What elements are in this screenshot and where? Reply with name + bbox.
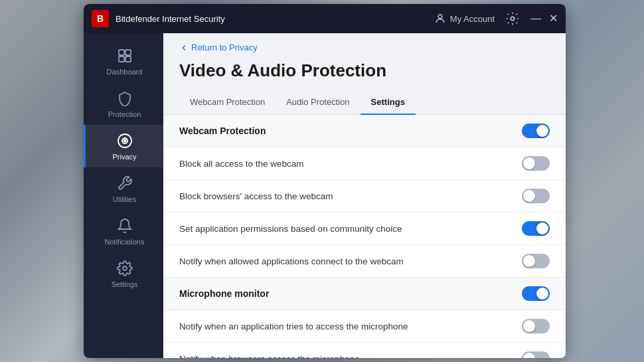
svg-rect-3: [125, 50, 131, 55]
svg-rect-2: [119, 50, 124, 55]
microphone-monitor-section-header: Microphone monitor: [163, 278, 566, 310]
account-label: My Account: [450, 14, 495, 24]
svg-rect-4: [119, 56, 124, 62]
user-icon: [434, 13, 446, 25]
block-all-webcam-label: Block all access to the webcam: [179, 159, 304, 169]
sidebar: Dashboard Protection: [84, 33, 163, 358]
svg-point-7: [123, 140, 125, 142]
svg-point-1: [511, 17, 515, 21]
notify-app-mic-toggle[interactable]: [522, 319, 550, 333]
block-browsers-webcam-label: Block browsers' access to the webcam: [179, 191, 333, 201]
sidebar-item-privacy[interactable]: Privacy: [84, 125, 163, 167]
main-window: B Bitdefender Internet Security My Accou…: [84, 4, 566, 358]
sidebar-item-notifications-label: Notifications: [105, 238, 145, 246]
svg-rect-5: [125, 56, 131, 62]
notify-webcam-row: Notify when allowed applications connect…: [163, 245, 566, 278]
tabs-bar: Webcam Protection Audio Protection Setti…: [163, 92, 566, 115]
sidebar-item-utilities-label: Utilities: [113, 195, 136, 203]
utilities-icon: [116, 174, 134, 193]
notify-webcam-toggle[interactable]: [522, 254, 550, 268]
sidebar-item-protection-label: Protection: [108, 110, 141, 118]
notify-browser-mic-toggle[interactable]: [522, 351, 550, 358]
tab-webcam-protection[interactable]: Webcam Protection: [179, 92, 276, 115]
sidebar-item-protection[interactable]: Protection: [84, 82, 163, 125]
page-title: Video & Audio Protection: [163, 58, 566, 92]
svg-point-0: [438, 15, 442, 19]
webcam-protection-section-header: Webcam Protection: [163, 115, 566, 147]
community-choice-row: Set application permissions based on com…: [163, 213, 566, 245]
community-choice-label: Set application permissions based on com…: [179, 224, 402, 234]
protection-icon: [116, 89, 134, 108]
sidebar-item-utilities[interactable]: Utilities: [84, 167, 163, 210]
window-body: Dashboard Protection: [84, 33, 566, 358]
app-name: Bitdefender Internet Security: [116, 14, 434, 24]
webcam-protection-toggle[interactable]: [522, 124, 550, 138]
gear-icon[interactable]: [505, 11, 520, 26]
sidebar-item-settings[interactable]: Settings: [84, 252, 163, 295]
notify-browser-mic-label: Notify when browsers access the micropho…: [179, 354, 360, 359]
title-bar: B Bitdefender Internet Security My Accou…: [84, 4, 566, 33]
window-controls: — ✕: [530, 13, 558, 24]
notifications-icon: [116, 217, 134, 235]
block-browsers-webcam-toggle[interactable]: [522, 189, 550, 203]
app-logo: B: [92, 10, 109, 27]
settings-icon: [116, 259, 134, 278]
back-link[interactable]: Return to Privacy: [163, 33, 566, 58]
settings-list: Webcam Protection Block all access to th…: [163, 115, 566, 358]
tab-audio-protection[interactable]: Audio Protection: [276, 92, 360, 115]
sidebar-item-notifications[interactable]: Notifications: [84, 210, 163, 252]
close-button[interactable]: ✕: [549, 13, 558, 24]
sidebar-item-dashboard-label: Dashboard: [107, 68, 143, 76]
block-all-webcam-row: Block all access to the webcam: [163, 147, 566, 180]
notify-browser-mic-row: Notify when browsers access the micropho…: [163, 343, 566, 358]
sidebar-item-dashboard[interactable]: Dashboard: [84, 40, 163, 82]
sidebar-item-settings-label: Settings: [112, 280, 138, 288]
privacy-icon: [116, 132, 134, 150]
dashboard-icon: [116, 46, 134, 65]
svg-point-8: [123, 266, 127, 270]
back-link-text: Return to Privacy: [191, 43, 258, 52]
tab-settings[interactable]: Settings: [361, 92, 416, 115]
sidebar-item-privacy-label: Privacy: [112, 153, 136, 161]
block-browsers-webcam-row: Block browsers' access to the webcam: [163, 180, 566, 213]
account-button[interactable]: My Account: [434, 13, 495, 25]
community-choice-toggle[interactable]: [522, 221, 550, 236]
notify-app-mic-row: Notify when an application tries to acce…: [163, 310, 566, 343]
microphone-monitor-label: Microphone monitor: [179, 288, 269, 299]
chevron-left-icon: [179, 43, 189, 52]
notify-app-mic-label: Notify when an application tries to acce…: [179, 321, 408, 331]
minimize-button[interactable]: —: [530, 13, 541, 24]
webcam-protection-label: Webcam Protection: [179, 126, 266, 136]
notify-webcam-label: Notify when allowed applications connect…: [179, 256, 404, 266]
microphone-monitor-toggle[interactable]: [522, 286, 550, 301]
main-content: Return to Privacy Video & Audio Protecti…: [163, 33, 566, 358]
block-all-webcam-toggle[interactable]: [522, 156, 550, 171]
